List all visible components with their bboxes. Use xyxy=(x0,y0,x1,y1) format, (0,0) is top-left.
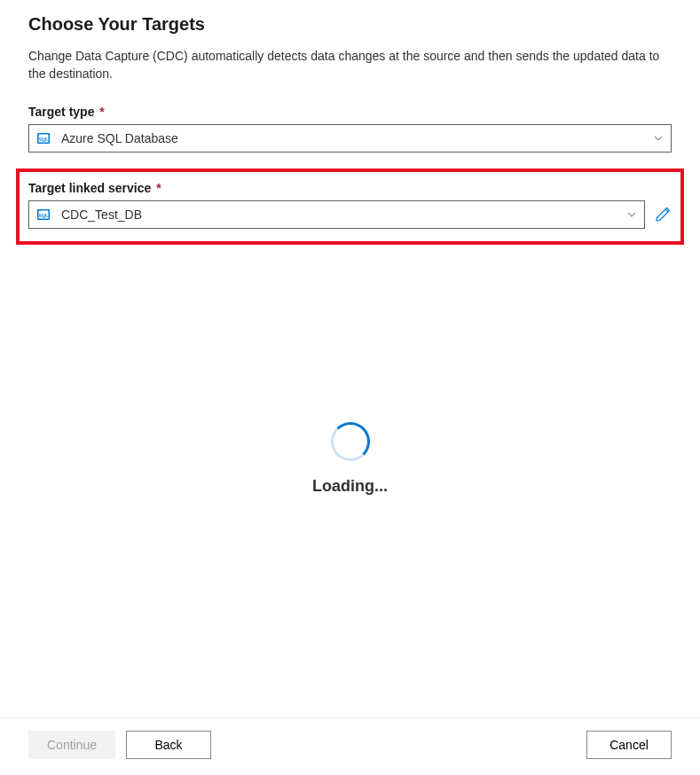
edit-icon[interactable] xyxy=(654,206,672,223)
footer-bar: Continue Back Cancel xyxy=(0,717,700,775)
back-button[interactable]: Back xyxy=(126,731,211,759)
target-type-label-text: Target type xyxy=(28,105,94,119)
chevron-down-icon xyxy=(653,133,664,144)
svg-text:SQL: SQL xyxy=(38,212,48,217)
target-linked-service-field: Target linked service * SQL CDC_Test_DB xyxy=(28,181,672,229)
cancel-button[interactable]: Cancel xyxy=(586,731,672,759)
target-linked-service-label-text: Target linked service xyxy=(28,181,151,195)
target-type-select[interactable]: SQL Azure SQL Database xyxy=(28,124,672,153)
target-type-field: Target type * SQL Azure SQL Database xyxy=(28,105,672,153)
target-type-label: Target type * xyxy=(28,105,672,119)
loading-spinner-icon xyxy=(331,422,370,461)
sql-database-icon: SQL xyxy=(36,207,51,222)
svg-text:SQL: SQL xyxy=(38,136,48,141)
target-linked-service-select[interactable]: SQL CDC_Test_DB xyxy=(28,200,645,229)
required-marker: * xyxy=(99,105,104,119)
page-description: Change Data Capture (CDC) automatically … xyxy=(28,47,672,83)
target-linked-service-value: CDC_Test_DB xyxy=(61,207,626,222)
loading-text: Loading... xyxy=(312,477,388,496)
required-marker: * xyxy=(156,181,161,195)
loading-container: Loading... xyxy=(28,422,672,496)
continue-button: Continue xyxy=(28,731,115,759)
sql-database-icon: SQL xyxy=(36,131,51,145)
target-linked-service-label: Target linked service * xyxy=(28,181,672,195)
target-type-value: Azure SQL Database xyxy=(61,131,653,145)
page-title: Choose Your Targets xyxy=(28,14,672,35)
highlight-annotation: Target linked service * SQL CDC_Test_DB xyxy=(16,168,684,245)
chevron-down-icon xyxy=(626,209,637,220)
